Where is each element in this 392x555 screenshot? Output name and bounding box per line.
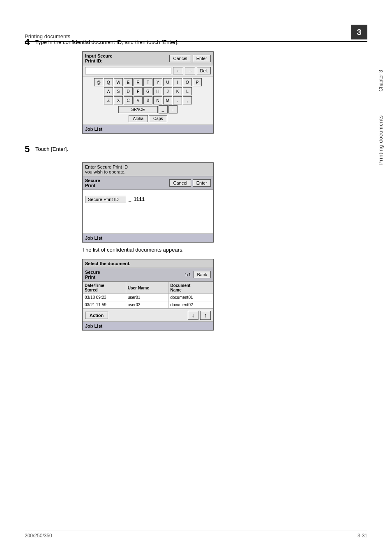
kb-key-comma[interactable]: ,	[183, 96, 192, 104]
ds-joblist-button[interactable]: Job List	[83, 321, 213, 330]
kb-key-n[interactable]: N	[153, 96, 162, 104]
kb-key-b[interactable]: B	[143, 96, 152, 104]
ds-cell-datetime: 03/21 11:59	[83, 301, 126, 309]
ds-col-datetime: Date/TimeStored	[83, 282, 126, 294]
sd-header: SecurePrint Cancel Enter	[83, 176, 213, 190]
ds-arrow-btns: ↓ ↑	[188, 311, 211, 320]
sd-enter-button[interactable]: Enter	[193, 179, 211, 187]
kb-input-row: ← → Del.	[83, 65, 213, 76]
sd-id-row: Secure Print ID _ 1111	[85, 194, 211, 205]
ds-arrow-up-button[interactable]: ↑	[200, 311, 211, 320]
kb-alpha-row: Alpha Caps	[85, 115, 211, 122]
keyboard-ui: Input SecurePrint ID: Cancel Enter ← → D…	[82, 51, 214, 134]
sd-cancel-button[interactable]: Cancel	[169, 179, 191, 187]
ds-header: SecurePrint 1/1 Back	[83, 268, 213, 282]
kb-nav-left[interactable]: ←	[173, 67, 183, 74]
kb-nav-right[interactable]: →	[185, 67, 195, 74]
ds-col-username: User Name	[126, 282, 168, 294]
footer-right: 3-31	[357, 533, 367, 539]
kb-joblist-button[interactable]: Job List	[83, 125, 213, 133]
kb-key-z[interactable]: Z	[104, 96, 113, 104]
kb-key-m[interactable]: M	[163, 96, 172, 104]
kb-row-2: A S D F G H J K L	[85, 87, 211, 95]
ds-action-button[interactable]: Action	[85, 312, 108, 319]
kb-key-k[interactable]: K	[173, 87, 182, 95]
kb-key-w[interactable]: W	[114, 78, 123, 86]
step-4-text: Type in the confidential document ID, an…	[35, 39, 179, 45]
ds-page-label: 1/1	[184, 272, 191, 277]
ds-cell-datetime: 03/18 09:23	[83, 294, 126, 301]
sd-joblist-button[interactable]: Job List	[83, 234, 213, 242]
ds-cell-username: user02	[126, 301, 168, 309]
kb-key-r[interactable]: R	[134, 78, 143, 86]
ds-title: Select the document.	[83, 259, 213, 268]
kb-key-f[interactable]: F	[134, 87, 143, 95]
kb-enter-button[interactable]: Enter	[193, 55, 211, 62]
kb-key-j[interactable]: J	[163, 87, 172, 95]
kb-space-button[interactable]: SPACE	[118, 106, 157, 113]
ds-header-title: SecurePrint	[85, 270, 100, 280]
ds-action-row: Action ↓ ↑	[83, 309, 213, 321]
ds-table-row[interactable]: 03/21 11:59 user02 document02	[83, 301, 213, 309]
ds-table-row[interactable]: 03/18 09:23 user01 document01	[83, 294, 213, 301]
kb-key-s[interactable]: S	[114, 87, 123, 95]
step-5: 5 Touch [Enter].	[25, 144, 68, 155]
sd-id-value: 1111	[134, 197, 145, 202]
kb-key-h[interactable]: H	[153, 87, 162, 95]
ds-cell-username: user01	[126, 294, 168, 301]
kb-key-y[interactable]: Y	[153, 78, 162, 86]
kb-key-u[interactable]: U	[163, 78, 172, 86]
kb-header-btns: Cancel Enter	[169, 55, 211, 62]
sd-body: Secure Print ID _ 1111	[83, 190, 213, 234]
sd-header-title: SecurePrint	[85, 178, 100, 188]
kb-key-e[interactable]: E	[124, 78, 133, 86]
kb-del-button[interactable]: Del.	[197, 67, 211, 74]
doc-select-dialog: Select the document. SecurePrint 1/1 Bac…	[82, 259, 214, 331]
kb-key-underscore[interactable]: _	[159, 105, 168, 113]
kb-keys: @ Q W E R T Y U I O P A S D F G H J K L …	[83, 76, 213, 125]
ds-table-header: Date/TimeStored User Name DocumentName	[83, 282, 213, 294]
step-4: 4 Type in the confidential document ID, …	[25, 37, 179, 48]
ds-arrow-down-button[interactable]: ↓	[188, 311, 198, 320]
sd-title: Enter Secure Print IDyou wish to operate…	[83, 163, 213, 176]
kb-key-v[interactable]: V	[134, 96, 143, 104]
footer-left: 200/250/350	[25, 533, 52, 539]
kb-row-3: Z X C V B N M . ,	[85, 96, 211, 104]
step-5-text: Touch [Enter].	[35, 146, 68, 152]
kb-cancel-button[interactable]: Cancel	[169, 55, 191, 62]
kb-caps-button[interactable]: Caps	[149, 115, 167, 122]
chapter-badge: 3	[351, 25, 367, 39]
ds-back-button[interactable]: Back	[194, 271, 211, 278]
kb-key-g[interactable]: G	[143, 87, 152, 95]
kb-input-field[interactable]	[85, 67, 171, 74]
sd-spacer	[85, 205, 211, 229]
ds-col-docname: DocumentName	[168, 282, 213, 294]
secure-print-dialog: Enter Secure Print IDyou wish to operate…	[82, 162, 214, 243]
kb-key-period[interactable]: .	[173, 96, 182, 104]
kb-key-x[interactable]: X	[114, 96, 123, 104]
kb-alpha-button[interactable]: Alpha	[129, 115, 148, 122]
kb-key-t[interactable]: T	[143, 78, 152, 86]
ds-table: Date/TimeStored User Name DocumentName 0…	[83, 282, 213, 309]
kb-key-c[interactable]: C	[124, 96, 133, 104]
sd-header-btns: Cancel Enter	[169, 179, 211, 187]
ds-table-body: 03/18 09:23 user01 document01 03/21 11:5…	[83, 294, 213, 309]
kb-key-i[interactable]: I	[173, 78, 182, 86]
kb-key-a[interactable]: A	[104, 87, 113, 95]
kb-key-dash[interactable]: -	[168, 105, 178, 113]
kb-key-l[interactable]: L	[183, 87, 192, 95]
description-text: The list of confidential documents appea…	[82, 247, 184, 253]
kb-key-p[interactable]: P	[193, 78, 202, 86]
step-5-number: 5	[25, 144, 30, 155]
kb-header-title: Input SecurePrint ID:	[85, 53, 113, 63]
kb-key-at[interactable]: @	[94, 78, 103, 86]
kb-key-o[interactable]: O	[183, 78, 192, 86]
kb-bottom-row: SPACE _ -	[85, 105, 211, 113]
kb-header: Input SecurePrint ID: Cancel Enter	[83, 52, 213, 65]
kb-key-q[interactable]: Q	[104, 78, 113, 86]
sd-id-label: Secure Print ID	[85, 196, 126, 203]
ds-cell-docname: document02	[168, 301, 213, 309]
step-4-number: 4	[25, 37, 30, 48]
kb-key-d[interactable]: D	[124, 87, 133, 95]
chapter-label: Chapter 3	[378, 70, 384, 92]
